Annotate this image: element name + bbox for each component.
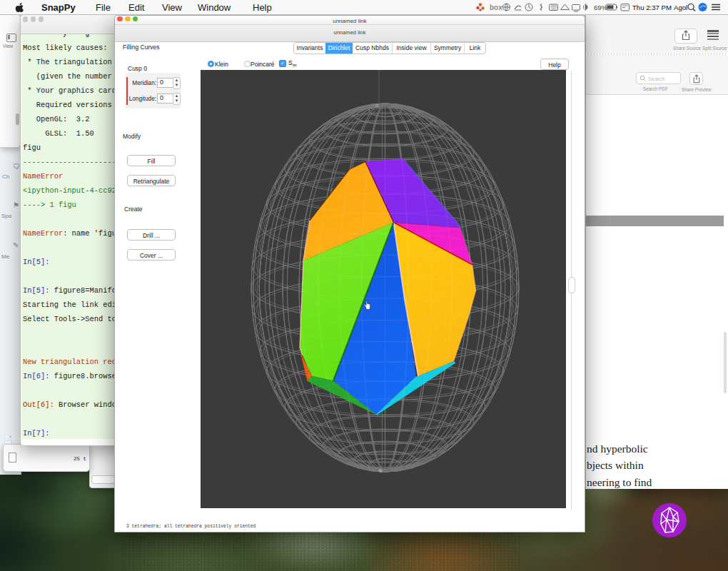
svg-text:box: box (490, 4, 502, 11)
svg-text:Thu 2:37 PM: Thu 2:37 PM (632, 4, 672, 11)
svg-text:Agol: Agol (674, 4, 687, 11)
